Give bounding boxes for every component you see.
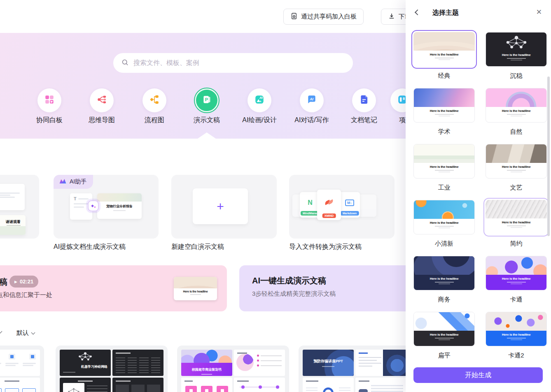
tool-ai-design[interactable]: AI AI绘画/设计 <box>235 88 284 125</box>
theme-headline: Here is the headline <box>486 109 546 113</box>
tool-label: 思维导图 <box>77 116 126 125</box>
back-icon[interactable] <box>415 9 420 15</box>
theme-name: 商务 <box>411 296 477 304</box>
template-card-fraud[interactable]: 预防诈骗讲座PPT <box>299 346 411 392</box>
template-card-ml[interactable]: 机器学习神经网络 <box>56 346 168 392</box>
tool-label: 演示文稿 <box>182 116 231 125</box>
doc-note-icon <box>359 94 369 107</box>
template-title: 校园超市商业策划书 <box>192 368 222 371</box>
presentation-icon: P <box>201 94 212 107</box>
tool-presentation[interactable]: P 演示文稿 <box>182 88 231 125</box>
theme-item-business[interactable]: Here is the headline 商务 <box>411 254 477 304</box>
whiteboard-icon <box>44 94 55 107</box>
template-card-campus[interactable]: 校园超市商业策划书 <box>177 346 289 392</box>
thanks-text: 谢谢观看 <box>6 219 21 225</box>
play-icon: ▶ <box>14 280 17 284</box>
theme-item-artsy[interactable]: Here is the headline 文艺 <box>483 142 549 192</box>
ai-badge-label: AI助手 <box>70 178 86 186</box>
tool-label: AI绘画/设计 <box>235 116 284 125</box>
template-title-slide: 机器学习神经网络 <box>60 350 111 376</box>
tool-label: AI对话/写作 <box>287 116 336 125</box>
ai-banner-subtitle: 3步轻松生成精美完整演示文稿 <box>252 290 336 298</box>
chevron-down-icon <box>31 330 35 334</box>
video-banner-subtitle: 点和信息汇聚于一处 <box>0 291 52 299</box>
join-by-share-code-button[interactable]: 通过共享码加入白板 <box>283 9 364 25</box>
blank-slide: + <box>193 188 248 224</box>
theme-item-cartoon[interactable]: Here is the headline 卡通 <box>483 254 549 304</box>
theme-preview <box>414 256 474 275</box>
video-banner[interactable]: 稿 ▶ 02:21 点和信息汇聚于一处 Here is the headline <box>0 265 227 311</box>
template-card-partial[interactable] <box>0 346 44 392</box>
mindmap-icon <box>96 94 107 107</box>
video-banner-title-fragment: 稿 <box>0 276 7 288</box>
markdown-badge: Markdown <box>341 211 359 216</box>
template-title-slide: 校园超市商业策划书 <box>181 350 232 376</box>
slide-thumb-title: 宠物行业分析报告 <box>97 204 142 209</box>
theme-headline: Here is the headline <box>414 277 474 281</box>
ai-assistant-badge: AI助手 <box>54 175 93 189</box>
selected-tab-pointer <box>198 132 216 139</box>
panel-scrollbar[interactable] <box>547 77 550 236</box>
card-title-ai-extract: AI提炼文档生成演示文稿 <box>54 243 126 251</box>
boardmix-logo-icon <box>59 178 67 186</box>
theme-item-minimal[interactable]: Here is the headline 简约 <box>483 198 549 248</box>
card-import-convert[interactable]: N MindManager M↓ Markdown XMIND <box>289 175 395 239</box>
theme-name: 沉稳 <box>483 72 549 80</box>
template-slide <box>60 378 111 392</box>
card-example-preview[interactable]: 谢谢观看 <box>0 175 39 239</box>
theme-headline: Here is the headline <box>486 220 547 224</box>
template-slide <box>0 378 40 392</box>
theme-headline: Here is the headline <box>414 221 474 225</box>
flowchart-icon <box>149 94 160 107</box>
theme-name: 文艺 <box>483 184 549 192</box>
search-placeholder: 搜索文件、模板、案例 <box>133 59 199 67</box>
close-icon[interactable]: ✕ <box>536 8 542 16</box>
tool-whiteboard[interactable]: 协同白板 <box>25 88 74 125</box>
tool-mindmap[interactable]: 思维导图 <box>77 88 126 125</box>
theme-headline: Here is the headline <box>414 165 474 169</box>
video-thumbnail: Here is the headline <box>174 277 217 300</box>
tool-label: 流程图 <box>130 116 179 125</box>
theme-name: 卡通 <box>483 296 549 304</box>
theme-headline: Here is the headline <box>414 333 474 336</box>
search-input[interactable]: 搜索文件、模板、案例 <box>113 53 353 73</box>
theme-name: 学术 <box>411 128 477 136</box>
template-slide <box>234 350 285 376</box>
theme-name: 卡通2 <box>483 352 549 360</box>
theme-item-academic[interactable]: Here is the headline 学术 <box>411 86 477 136</box>
theme-name: 扁平 <box>411 352 477 360</box>
template-slide <box>112 378 163 392</box>
tool-ai-chat[interactable]: AI AI对话/写作 <box>287 88 336 125</box>
tool-label: 协同白板 <box>25 116 74 125</box>
default-sort-dropdown[interactable]: 默认 <box>16 329 35 337</box>
ai-chat-icon: AI <box>306 94 317 107</box>
theme-item-cartoon2[interactable]: Here is the headline 卡通2 <box>483 310 549 360</box>
theme-item-steady[interactable]: Here is the headline 沉稳 <box>483 30 549 80</box>
file-sheet-xmind: XMIND <box>317 190 341 220</box>
theme-item-classic[interactable]: Here is the headline 经典 <box>411 30 477 80</box>
ai-generate-banner[interactable]: AI一键生成演示文稿 3步轻松生成精美完整演示文稿 <box>239 265 416 311</box>
card-new-blank[interactable]: + <box>171 175 277 239</box>
theme-preview <box>486 256 546 275</box>
theme-item-fresh[interactable]: Here is the headline 小清新 <box>411 198 477 248</box>
thumb-headline: Here is the headline <box>174 290 217 293</box>
theme-preview <box>486 32 546 51</box>
tool-flowchart[interactable]: 流程图 <box>130 88 179 125</box>
theme-preview <box>414 88 474 107</box>
card-title-new-blank: 新建空白演示文稿 <box>171 243 224 251</box>
theme-item-natural[interactable]: Here is the headline 自然 <box>483 86 549 136</box>
card-ai-extract[interactable]: AI助手 T ✦✦ 宠物行业分析报告 <box>54 175 159 239</box>
theme-preview <box>414 312 474 331</box>
plus-icon: + <box>217 200 224 213</box>
panel-title: 选择主题 <box>432 9 459 17</box>
theme-item-industrial[interactable]: Here is the headline 工业 <box>411 142 477 192</box>
template-slide <box>355 378 406 392</box>
template-slide <box>355 350 406 376</box>
theme-headline: Here is the headline <box>414 109 474 113</box>
theme-item-flat[interactable]: Here is the headline 扁平 <box>411 310 477 360</box>
theme-panel: 选择主题 ✕ Here is the headline 经典 Here is t… <box>406 0 551 392</box>
theme-preview <box>486 200 547 218</box>
theme-headline: Here is the headline <box>413 53 475 56</box>
chevron-down-icon[interactable] <box>0 329 2 334</box>
start-generate-button[interactable]: 开始生成 <box>413 367 543 383</box>
